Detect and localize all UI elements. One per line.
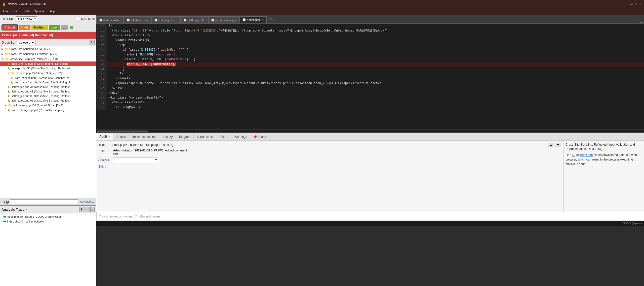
window-controls[interactable]: — □ ✕ (629, 2, 642, 6)
trace-expand-button[interactable]: □ (90, 207, 95, 212)
audit-tab-diagram[interactable]: Diagram (176, 133, 194, 140)
tab-doAdminActi[interactable]: 📄 doAdminActi... (96, 16, 124, 23)
severity-more-button[interactable]: ... (61, 25, 68, 30)
severity-medium-button[interactable]: Medium (31, 25, 48, 30)
severity-low-button[interactable]: Low (49, 25, 60, 30)
tree-item-from-list8[interactable]: 🐛 from listImages.php:8 (Cross-Site Scri… (0, 108, 96, 112)
trace-item-0[interactable]: +■ index.php:40 - Read $_COOKIE['adminUs… (1, 214, 95, 219)
my-issues-checkbox[interactable]: My Issues (77, 17, 95, 21)
tree-item-list90[interactable]: 🐛 listImages.php:90 (Cross-Site Scriptin… (0, 94, 96, 98)
close-button[interactable]: ✕ (638, 2, 642, 6)
more-tabs-button[interactable]: 11 » (267, 17, 276, 22)
menu-tools[interactable]: Tools (20, 9, 31, 14)
tab-close-icon[interactable]: ✕ (262, 18, 264, 21)
audit-tab-search[interactable]: 📌 Search (250, 133, 270, 140)
tree-item-from-indexpc8[interactable]: 🐛 from indexpc.php:8 (Cross-Site Scripti… (0, 76, 96, 80)
tree-item-list34[interactable]: 🐛 listImages.php:34 (Cross-Site Scriptin… (0, 85, 96, 89)
minimize-button[interactable]: — (629, 2, 633, 6)
audit-tab-audit[interactable]: Audit ✕ (96, 133, 113, 140)
menu-options[interactable]: Options (32, 9, 46, 14)
audit-tab-label: Audit (99, 135, 107, 138)
code-line-49: 49 <!--左侧内容--> (96, 105, 644, 110)
trace-item-1[interactable]: +◆ index.php:40 - builtin_echo(0) (1, 219, 95, 224)
tab-common-func[interactable]: 📄 common.func.php (208, 16, 240, 23)
tree-item-indexpc99[interactable]: ▼ 📁 indexpc.php:99 (Shared Sink) - [0 / … (0, 71, 96, 76)
summary-bar: Critical (42) Hidden (0) Removed (0) (0, 32, 96, 39)
tree-item-persistent[interactable]: ▶ 📁 Cross-Site Scripting: Persistent - [… (0, 51, 96, 56)
tree-item-dom[interactable]: ▶ 📁 Cross-Site Scripting: DOM - [0 / 1] (0, 46, 96, 51)
search-input[interactable] (10, 199, 78, 204)
advanced-link[interactable]: Advanced... (80, 200, 95, 203)
edit-link[interactable]: Edit... (98, 165, 561, 168)
tab-index[interactable]: 📄 *index.php ✕ (240, 16, 267, 23)
groupby-label: Group By: (2, 41, 15, 44)
tab-editImage[interactable]: 📄 editImage.php (181, 16, 208, 23)
sort-button[interactable]: ⇅ (89, 40, 95, 45)
audit-tab-screenshots[interactable]: Screenshots (194, 133, 217, 140)
editor-minimize-button[interactable]: — (636, 20, 639, 23)
comment-box[interactable]: Click to append comment (Ctrl+Enter to s… (96, 212, 644, 221)
audit-tab-close[interactable]: ✕ (108, 135, 110, 138)
filter-set-select[interactable]: Quick View (16, 16, 37, 21)
audit-right-body: Line 40 of index.php sends unvalidated d… (566, 153, 642, 166)
titlebar: 🔒 *WWW - Audit Workbench — □ ✕ (0, 0, 644, 8)
tree-panel[interactable]: ▶ 📁 Cross-Site Scripting: DOM - [0 / 1] … (0, 46, 96, 198)
issue-next-button[interactable]: ▼ (555, 143, 561, 147)
tree-label: listImages.php:90 (Cross-Site Scripting:… (12, 94, 69, 98)
severity-critical-button[interactable]: Critical (2, 24, 18, 30)
menu-file[interactable]: File (1, 9, 10, 14)
audit-minimize-button[interactable]: — (636, 135, 639, 139)
trace-export-button[interactable]: ⬆ (79, 207, 84, 212)
audit-tab-warnings[interactable]: Warnings (231, 133, 250, 140)
menu-edit[interactable]: Edit (10, 9, 20, 14)
file-link[interactable]: index.php (580, 153, 593, 157)
search-icon-button[interactable]: 🔍0 (2, 200, 9, 204)
code-editor[interactable]: 32 ?> 33 <div class="link fl"><span styl… (96, 24, 644, 130)
tree-label: listImages.php:41 (Cross-Site Scripting:… (12, 90, 69, 93)
scroll-thumb-h[interactable] (97, 131, 148, 132)
tab-editImageCon[interactable]: 📄 editImageCon... (151, 16, 181, 23)
line-number-link[interactable]: 40 (572, 153, 575, 157)
tab-label: common.func.php (215, 19, 237, 22)
analysis-trace-header: Analysis Trace ✕ ⬆ — □ (0, 206, 96, 213)
groupby-select[interactable]: Category (17, 40, 35, 45)
summary-text: Critical (42) Hidden (0) Removed (0) (2, 34, 53, 37)
maximize-button[interactable]: □ (634, 2, 637, 6)
analysis-trace-close[interactable]: ✕ (25, 208, 28, 211)
my-issues-input[interactable] (77, 17, 80, 20)
audit-tab-label: Filters (220, 135, 228, 139)
tab-editAdmin[interactable]: 📄 editAdmin.php (124, 16, 151, 23)
audit-tab-filters[interactable]: Filters (217, 133, 231, 140)
tree-item-list41[interactable]: 🐛 listImages.php:41 (Cross-Site Scriptin… (0, 89, 96, 94)
audit-tab-label: Search (258, 135, 267, 139)
audit-right-title: Cross-Site Scripting: Reflected (Input V… (566, 143, 642, 151)
tree-item-indexpc55[interactable]: 🐛 indexpc.php:55 (Cross-Site Scripting: … (0, 66, 96, 71)
code-line-41: 41 } (96, 67, 644, 72)
tree-item-from-page3[interactable]: 🐛 from page.func.php:3 (Cross-Site Scrip… (0, 80, 96, 85)
severity-high-button[interactable]: High (19, 25, 31, 30)
tree-item-index40[interactable]: 🐛 index.php:40 (Cross-Site Scripting: Re… (0, 61, 96, 66)
tree-item-reflected[interactable]: ▼ 📁 Cross-Site Scripting: Reflected - [0… (0, 56, 96, 61)
audit-tab-recommendations[interactable]: Recommendations (129, 133, 160, 140)
tree-label: from indexpc.php:8 (Cross-Site Scripting… (15, 76, 69, 79)
filter-bar: Filter Set: Quick View My Issues (0, 15, 96, 23)
code-line-33: 33 <div class="link fl"><span style="fon… (96, 28, 644, 33)
audit-maximize-button[interactable]: □ (640, 135, 642, 139)
audit-tab-history[interactable]: History (160, 133, 176, 140)
tree-label: from listImages.php:8 (Cross-Site Script… (12, 109, 65, 112)
menu-help[interactable]: Help (47, 9, 57, 14)
tree-label: listImages.php:108 (Shared Sink) - [0 / … (13, 104, 63, 107)
horizontal-scrollbar[interactable] (96, 130, 644, 133)
app-icon: 🔒 (2, 2, 6, 6)
code-line-40: 40 echo $_COOKIE['adminUser']; (96, 62, 644, 67)
editor-maximize-button[interactable]: □ (640, 20, 642, 23)
audit-tab-details[interactable]: Details (113, 133, 129, 140)
code-line-36: 36 <?php (96, 43, 644, 48)
issue-label: Issue: (98, 143, 111, 147)
tree-item-list92[interactable]: 🐛 listImages.php:92 (Cross-Site Scriptin… (0, 98, 96, 103)
issue-prev-button[interactable]: ▲ (548, 143, 554, 147)
analysis-select[interactable] (113, 157, 158, 162)
code-line-43: 43 </label> (96, 76, 644, 81)
trace-collapse-button[interactable]: — (85, 207, 90, 212)
tree-item-list108[interactable]: ▼ 📁 listImages.php:108 (Shared Sink) - [… (0, 103, 96, 108)
